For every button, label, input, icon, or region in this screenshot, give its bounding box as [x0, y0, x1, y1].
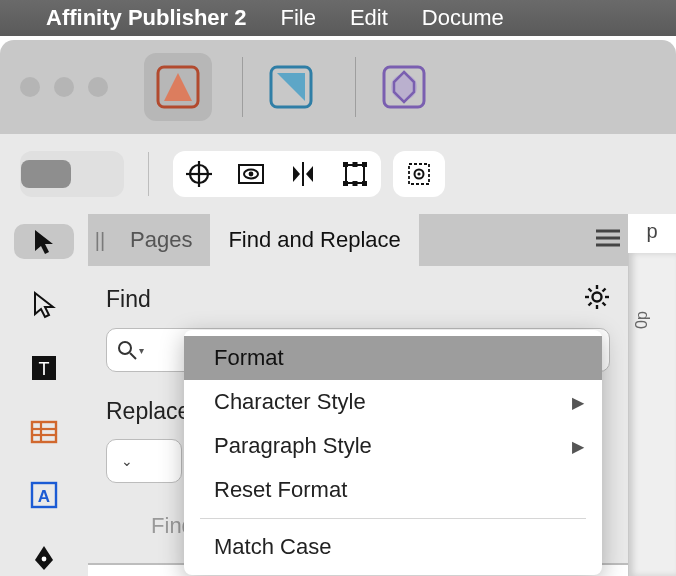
svg-point-33	[593, 293, 602, 302]
find-options-button[interactable]	[584, 284, 610, 314]
svg-rect-15	[362, 181, 367, 186]
menu-item-paragraph-style[interactable]: Paragraph Style▶	[184, 424, 602, 468]
ruler-unit-label: p	[646, 220, 657, 243]
svg-rect-12	[343, 162, 348, 167]
photo-persona-icon	[381, 64, 427, 110]
window-titlebar	[0, 40, 676, 134]
designer-persona-icon	[268, 64, 314, 110]
crosshair-icon	[185, 160, 213, 188]
pen-tool[interactable]	[14, 541, 74, 576]
toolbar-button[interactable]	[20, 151, 72, 197]
svg-line-38	[589, 289, 592, 292]
context-toolbar	[0, 134, 676, 214]
photo-persona-button[interactable]	[370, 53, 438, 121]
selection-bounds-button[interactable]	[393, 151, 445, 197]
svg-rect-14	[343, 181, 348, 186]
divider	[148, 152, 149, 196]
pointer-outline-icon	[29, 290, 59, 320]
zoom-window-button[interactable]	[88, 77, 108, 97]
snap-crosshair-button[interactable]	[173, 151, 225, 197]
tab-find-and-replace[interactable]: Find and Replace	[210, 214, 418, 266]
submenu-arrow-icon: ▶	[572, 437, 584, 456]
svg-line-43	[130, 353, 136, 359]
text-frame-icon: T	[29, 353, 59, 383]
gear-icon	[584, 284, 610, 310]
hamburger-icon	[596, 229, 620, 247]
toolbar-group-1	[20, 151, 124, 197]
publisher-persona-button[interactable]	[144, 53, 212, 121]
pen-nib-icon	[29, 543, 59, 573]
bounds-icon	[341, 160, 369, 188]
svg-text:T: T	[39, 359, 50, 379]
table-tool[interactable]	[14, 414, 74, 449]
tools-panel: T A	[0, 214, 88, 576]
eye-icon	[237, 160, 265, 188]
svg-line-40	[603, 289, 606, 292]
panel-drag-handle[interactable]: ||	[88, 229, 112, 252]
frame-text-tool[interactable]: A	[14, 477, 74, 512]
close-window-button[interactable]	[20, 77, 40, 97]
menu-item-reset-format[interactable]: Reset Format	[184, 468, 602, 512]
find-label: Find	[106, 286, 151, 313]
svg-line-41	[589, 303, 592, 306]
menu-item-match-case[interactable]: Match Case	[184, 525, 602, 569]
designer-persona-button[interactable]	[257, 53, 325, 121]
select-bounds-icon	[405, 160, 433, 188]
transform-origin-button[interactable]	[329, 151, 381, 197]
svg-rect-13	[362, 162, 367, 167]
svg-text:A: A	[38, 487, 50, 506]
svg-point-20	[417, 172, 420, 175]
document-menu[interactable]: Docume	[422, 5, 504, 31]
svg-point-9	[249, 172, 254, 177]
app-menu[interactable]: Affinity Publisher 2	[46, 5, 246, 31]
file-menu[interactable]: File	[280, 5, 315, 31]
pointer-solid-icon	[29, 227, 59, 257]
svg-rect-23	[32, 422, 56, 442]
mirror-icon	[289, 160, 317, 188]
menu-item-format[interactable]: Format	[184, 336, 602, 380]
find-options-menu: Format Character Style▶ Paragraph Style▶…	[184, 330, 602, 575]
search-icon	[117, 340, 137, 360]
minimize-window-button[interactable]	[54, 77, 74, 97]
svg-rect-11	[346, 165, 364, 183]
artistic-text-tool[interactable]: T	[14, 351, 74, 386]
move-tool[interactable]	[14, 224, 74, 259]
toolbar-button[interactable]	[72, 151, 124, 197]
vertical-ruler[interactable]: 0p	[628, 253, 676, 576]
menu-divider	[200, 518, 586, 519]
node-tool[interactable]	[14, 287, 74, 322]
panel-menu-button[interactable]	[588, 229, 628, 251]
clip-canvas-button[interactable]	[277, 151, 329, 197]
svg-rect-16	[353, 162, 358, 167]
svg-rect-17	[353, 181, 358, 186]
toolbar-group-3	[393, 151, 445, 197]
text-a-icon: A	[29, 480, 59, 510]
divider	[355, 57, 356, 117]
panel-tabs: || Pages Find and Replace	[88, 214, 628, 266]
replace-input[interactable]: ⌄	[106, 439, 182, 483]
right-gutter: p 0p	[628, 214, 676, 576]
table-icon	[29, 417, 59, 447]
mac-menubar: Affinity Publisher 2 File Edit Docume	[0, 0, 676, 36]
ruler-tick-label: 0p	[633, 311, 651, 329]
publisher-persona-icon	[155, 64, 201, 110]
chevron-down-icon: ⌄	[121, 453, 133, 469]
preview-mode-button[interactable]	[225, 151, 277, 197]
svg-point-29	[42, 557, 47, 562]
menu-item-character-style[interactable]: Character Style▶	[184, 380, 602, 424]
svg-line-39	[603, 303, 606, 306]
toolbar-group-snapping	[173, 151, 381, 197]
window-traffic-lights	[20, 77, 108, 97]
submenu-arrow-icon: ▶	[572, 393, 584, 412]
svg-point-42	[119, 342, 131, 354]
divider	[242, 57, 243, 117]
tab-pages[interactable]: Pages	[112, 214, 210, 266]
edit-menu[interactable]: Edit	[350, 5, 388, 31]
chevron-down-icon: ▾	[139, 345, 144, 356]
